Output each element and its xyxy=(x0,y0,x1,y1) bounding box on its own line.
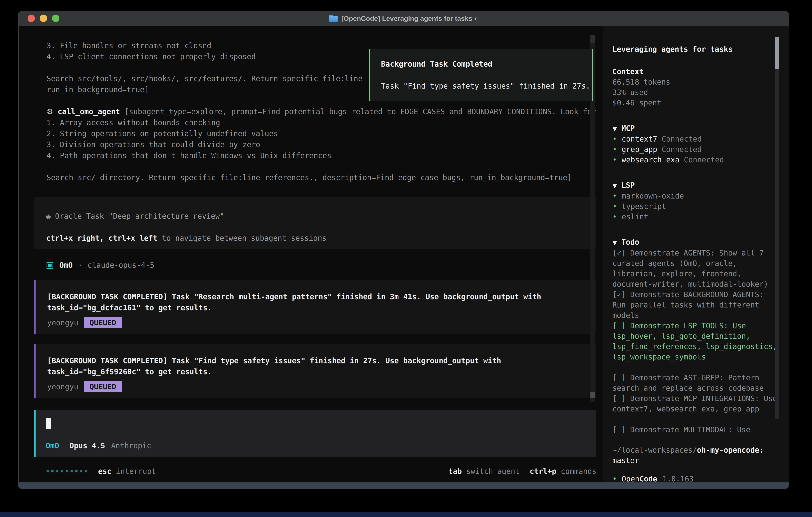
mcp-item: • context7 Connected xyxy=(612,134,779,144)
desktop-background-strip xyxy=(0,512,812,517)
close-button[interactable] xyxy=(28,15,35,22)
chevron-down-icon: ▼ xyxy=(612,182,617,189)
mcp-header[interactable]: ▼MCP xyxy=(612,123,779,134)
lsp-item: • typescript xyxy=(612,201,779,212)
esc-hint: esc interrupt xyxy=(98,466,156,477)
context-header: Context xyxy=(612,66,779,77)
status-dot-icon: • xyxy=(612,155,617,165)
todo-item: [ ] Demonstrate LSP TOOLS: Use lsp_hover… xyxy=(612,321,779,362)
sidebar-scrollbar[interactable] xyxy=(775,37,779,419)
status-dot-icon: • xyxy=(612,191,617,201)
version-row: • OpenCode 1.0.163 xyxy=(612,474,779,483)
mcp-item: • grep_app Connected xyxy=(612,144,779,155)
title-bar: [OpenCode] Leveraging agents for tasks ◐ xyxy=(19,11,789,26)
prompt-input[interactable]: OmO Opus 4.5 Anthropic xyxy=(34,410,597,457)
todo-section: ▼Todo [✓] Demonstrate AGENTS: Show all 7… xyxy=(612,237,779,435)
message-line: [BACKGROUND TASK COMPLETED] Task "Find t… xyxy=(47,355,584,366)
todo-item: [ ] Demonstrate MCP INTEGRATIONS: Use co… xyxy=(612,393,779,414)
context-section: Context 66,518 tokens 33% used $0.46 spe… xyxy=(612,66,779,108)
lsp-item: • eslint xyxy=(612,212,779,222)
mcp-section: ▼MCP • context7 Connected • grep_app Con… xyxy=(612,123,779,165)
folder-icon xyxy=(329,15,338,22)
toast-title: Background Task Completed xyxy=(381,59,584,70)
context-spent: $0.46 spent xyxy=(612,98,779,108)
lsp-header[interactable]: ▼LSP xyxy=(612,180,779,191)
todo-header[interactable]: ▼Todo xyxy=(612,237,779,248)
version-number: 1.0.163 xyxy=(663,474,694,483)
zoom-button[interactable] xyxy=(52,15,59,22)
bullseye-icon: ◉ xyxy=(46,212,51,220)
toast-body: Task "Find type safety issues" finished … xyxy=(381,81,584,91)
chevron-down-icon: ▼ xyxy=(612,239,617,246)
oracle-task-line: ◉ Oracle Task "Deep architecture review" xyxy=(46,211,584,222)
working-spinner-dots xyxy=(47,470,87,472)
context-tokens: 66,518 tokens xyxy=(612,77,779,87)
input-model-name: Opus 4.5 xyxy=(69,440,105,451)
main-scrollbar-segment xyxy=(590,35,595,44)
agent-name: OmO xyxy=(59,260,73,271)
dot-separator: · xyxy=(78,260,82,271)
tool-args: [subagent_type=explore, prompt=Find pote… xyxy=(120,107,596,116)
traffic-lights xyxy=(28,15,59,22)
main-scrollbar-thumb[interactable] xyxy=(590,392,595,398)
session-sidebar: Leveraging agents for tasks Context 66,5… xyxy=(603,26,789,483)
todo-item: [✓] Demonstrate BACKGROUND AGENTS: Run p… xyxy=(612,290,779,321)
message-line: task_id="bg_dcfac161" to get results. xyxy=(47,302,584,313)
tab-hint: tab switch agent xyxy=(448,466,520,477)
background-task-message: [BACKGROUND TASK COMPLETED] Task "Find t… xyxy=(34,344,597,398)
terminal-main-pane: 3. File handles or streams not closed 4.… xyxy=(19,26,603,483)
todo-item: [ ] Demonstrate MULTIMODAL: Use xyxy=(612,425,779,435)
status-dot-icon: • xyxy=(612,134,617,144)
background-task-message: [BACKGROUND TASK COMPLETED] Task "Resear… xyxy=(34,280,597,334)
status-dot-icon: • xyxy=(612,144,617,155)
commands-hint: ctrl+p commands xyxy=(530,466,597,477)
sidebar-scrollbar-thumb[interactable] xyxy=(775,37,779,69)
status-dot-icon: • xyxy=(612,474,617,483)
text-cursor xyxy=(46,418,51,429)
todo-item: [ ] Demonstrate AST-GREP: Pattern search… xyxy=(612,373,779,393)
title-group: [OpenCode] Leveraging agents for tasks ◐ xyxy=(329,15,478,22)
message-line: task_id="bg_6f59260c" to get results. xyxy=(47,366,584,377)
agent-checkbox-icon xyxy=(47,262,53,269)
message-line: [BACKGROUND TASK COMPLETED] Task "Resear… xyxy=(47,291,584,302)
window-title: [OpenCode] Leveraging agents for tasks ◐ xyxy=(341,15,478,22)
window-bottom-edge xyxy=(19,483,789,489)
session-title: Leveraging agents for tasks xyxy=(612,44,779,55)
lsp-section: ▼LSP • markdown-oxide • typescript • esl… xyxy=(612,180,779,222)
background-task-toast: Background Task Completed Task "Find typ… xyxy=(369,49,593,101)
git-branch: master xyxy=(612,456,639,465)
tool-name: call_omo_agent xyxy=(58,107,120,116)
status-dot-icon: • xyxy=(612,201,617,212)
output-line: Search src/ directory. Return specific f… xyxy=(34,172,597,183)
mcp-item: • websearch_exa Connected xyxy=(612,155,779,165)
input-provider-name: Anthropic xyxy=(111,440,151,451)
bug-list-item: 2. String operations on potentially unde… xyxy=(34,128,597,139)
workspace-path: ~/local-workspaces/oh-my-opencode: maste… xyxy=(612,445,779,466)
todo-item: [✓] Demonstrate AGENTS: Show all 7 curat… xyxy=(612,248,779,290)
message-author: yeongyu xyxy=(47,317,78,328)
oracle-task-panel: ◉ Oracle Task "Deep architecture review"… xyxy=(34,197,597,249)
status-bar: esc interrupt tab switch agent ctrl+p co… xyxy=(34,466,597,477)
opencode-window: [OpenCode] Leveraging agents for tasks ◐… xyxy=(18,11,789,489)
agent-model: claude-opus-4-5 xyxy=(88,260,154,271)
message-author: yeongyu xyxy=(47,381,78,392)
minimize-button[interactable] xyxy=(40,15,47,22)
lsp-item: • markdown-oxide xyxy=(612,191,779,201)
chevron-down-icon: ▼ xyxy=(612,125,617,132)
bug-list-item: 1. Array access without bounds checking xyxy=(34,117,597,128)
context-used: 33% used xyxy=(612,87,779,98)
queued-badge: QUEUED xyxy=(84,381,122,392)
tool-call-line: ⚙ call_omo_agent [subagent_type=explore,… xyxy=(34,106,597,117)
input-agent-name: OmO xyxy=(46,440,59,451)
agent-session-row[interactable]: OmO · claude-opus-4-5 xyxy=(34,260,597,271)
gear-icon: ⚙ xyxy=(47,107,53,116)
status-dot-icon: • xyxy=(612,212,617,222)
bug-list-item: 3. Division operations that could divide… xyxy=(34,139,597,150)
subagent-nav-hint: ctrl+x right, ctrl+x left to navigate be… xyxy=(46,233,584,244)
queued-badge: QUEUED xyxy=(84,317,122,328)
bug-list-item: 4. Path operations that don't handle Win… xyxy=(34,150,597,161)
